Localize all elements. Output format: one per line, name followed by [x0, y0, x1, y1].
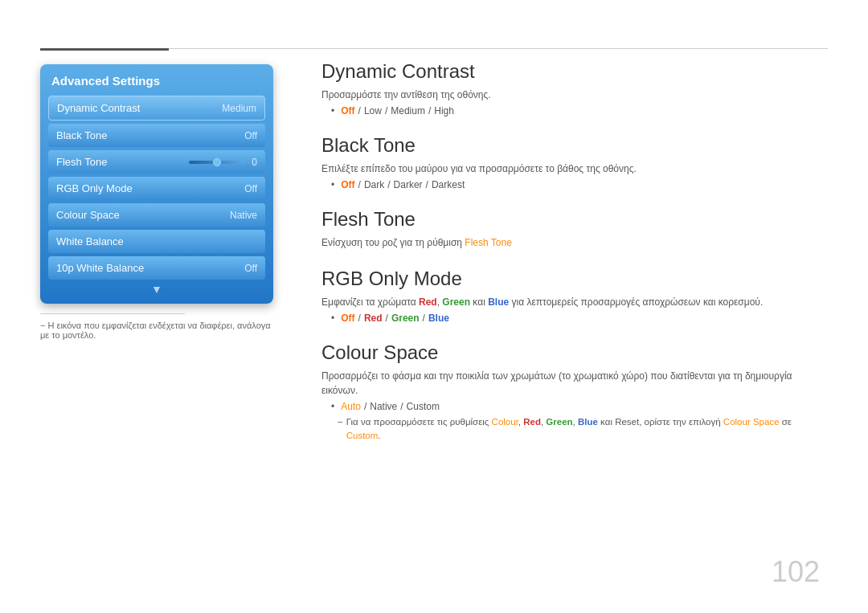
- flesh-tone-slider-thumb: [213, 158, 221, 166]
- opt-darker-black-tone: Darker: [394, 179, 423, 190]
- advanced-settings-box: Advanced Settings Dynamic Contrast Mediu…: [40, 64, 273, 304]
- menu-item-white-balance[interactable]: White Balance: [48, 230, 265, 253]
- section-black-tone: Black Tone Επιλέξτε επίπεδο του μαύρου γ…: [321, 134, 828, 190]
- section-desc-dynamic-contrast: Προσαρμόστε την αντίθεση της οθόνης.: [321, 88, 828, 102]
- menu-label-colour-space: Colour Space: [56, 209, 120, 221]
- scroll-down-arrow[interactable]: ▼: [48, 283, 265, 296]
- sub-note-blue: Blue: [578, 417, 598, 427]
- section-options-dynamic-contrast: • Off / Low / Medium / High: [331, 105, 828, 116]
- menu-item-rgb-only-mode[interactable]: RGB Only Mode Off: [48, 177, 265, 200]
- opt-low-dynamic-contrast: Low: [364, 105, 382, 116]
- menu-item-colour-space[interactable]: Colour Space Native: [48, 203, 265, 227]
- footer-text: − Η εικόνα που εμφανίζεται ενδέχεται να …: [40, 321, 273, 340]
- opt-dark-black-tone: Dark: [364, 179, 384, 190]
- opt-red-rgb: Red: [364, 313, 383, 324]
- opt-native-colour-space: Native: [370, 401, 397, 412]
- menu-item-black-tone[interactable]: Black Tone Off: [48, 124, 265, 147]
- menu-value-10p-white-balance: Off: [244, 263, 257, 274]
- section-dynamic-contrast: Dynamic Contrast Προσαρμόστε την αντίθεσ…: [321, 60, 828, 116]
- opt-high-dynamic-contrast: High: [434, 105, 454, 116]
- right-content: Dynamic Contrast Προσαρμόστε την αντίθεσ…: [321, 60, 828, 461]
- desc-blue: Blue: [488, 296, 509, 308]
- page-number: 102: [772, 555, 820, 589]
- opt-custom-colour-space: Custom: [407, 401, 440, 412]
- menu-item-flesh-tone[interactable]: Flesh Tone 0: [48, 150, 265, 174]
- menu-item-10p-white-balance[interactable]: 10p White Balance Off: [48, 256, 265, 280]
- menu-value-black-tone: Off: [244, 130, 257, 141]
- sub-note-red: Red: [523, 417, 541, 427]
- sub-note-colour-space: − Για να προσαρμόσετε τις ρυθμίσεις Colo…: [338, 415, 828, 443]
- menu-item-dynamic-contrast[interactable]: Dynamic Contrast Medium: [48, 96, 265, 121]
- opt-off-rgb: Off: [341, 313, 354, 324]
- flesh-tone-slider-container: 0: [189, 157, 257, 168]
- section-title-flesh-tone: Flesh Tone: [321, 208, 828, 231]
- section-desc-black-tone: Επιλέξτε επίπεδο του μαύρου για να προσα…: [321, 161, 828, 176]
- section-desc-colour-space: Προσαρμόζει το φάσμα και την ποικιλία τω…: [321, 369, 828, 398]
- menu-label-white-balance: White Balance: [56, 235, 124, 247]
- sub-note-colour-space-ref: Colour Space: [723, 417, 780, 427]
- section-title-colour-space: Colour Space: [321, 341, 828, 364]
- flesh-tone-highlight: Flesh Tone: [465, 237, 511, 248]
- top-line-accent: [40, 48, 169, 51]
- sub-note-reset: Reset: [615, 417, 639, 427]
- opt-green-rgb: Green: [391, 313, 420, 324]
- flesh-tone-slider-track[interactable]: [189, 161, 245, 164]
- footer-divider: [40, 313, 185, 314]
- menu-label-flesh-tone: Flesh Tone: [56, 156, 107, 168]
- sub-note-colour: Colour: [492, 417, 518, 427]
- sub-note-green: Green: [546, 417, 572, 427]
- section-title-black-tone: Black Tone: [321, 134, 828, 157]
- section-flesh-tone: Flesh Tone Ενίσχυση του ροζ για τη ρύθμι…: [321, 208, 828, 250]
- opt-medium-dynamic-contrast: Medium: [391, 105, 425, 116]
- footer-note: − Η εικόνα που εμφανίζεται ενδέχεται να …: [40, 313, 273, 340]
- menu-label-black-tone: Black Tone: [56, 129, 107, 141]
- section-colour-space: Colour Space Προσαρμόζει το φάσμα και τη…: [321, 341, 828, 443]
- opt-darkest-black-tone: Darkest: [432, 179, 465, 190]
- sub-note-custom: Custom: [346, 431, 379, 440]
- section-title-rgb-only-mode: RGB Only Mode: [321, 268, 828, 290]
- opt-auto-colour-space: Auto: [341, 401, 361, 412]
- section-rgb-only-mode: RGB Only Mode Εμφανίζει τα χρώματα Red, …: [321, 268, 828, 324]
- menu-label-dynamic-contrast: Dynamic Contrast: [57, 102, 140, 114]
- menu-label-10p-white-balance: 10p White Balance: [56, 262, 144, 274]
- opt-blue-rgb: Blue: [428, 313, 449, 324]
- bullet-black-tone: •: [331, 179, 334, 190]
- section-options-rgb-only-mode: • Off / Red / Green / Blue: [331, 313, 828, 324]
- opt-off-dynamic-contrast: Off: [341, 105, 354, 116]
- menu-value-dynamic-contrast: Medium: [222, 103, 256, 114]
- advanced-settings-title: Advanced Settings: [48, 74, 265, 88]
- section-options-colour-space: • Auto / Native / Custom: [331, 401, 828, 412]
- menu-value-rgb-only-mode: Off: [244, 183, 257, 194]
- section-desc-rgb-only-mode: Εμφανίζει τα χρώματα Red, Green και Blue…: [321, 295, 828, 309]
- desc-red: Red: [419, 296, 437, 308]
- section-options-black-tone: • Off / Dark / Darker / Darkest: [331, 179, 828, 190]
- menu-value-colour-space: Native: [230, 210, 257, 221]
- desc-green: Green: [442, 296, 470, 308]
- section-title-dynamic-contrast: Dynamic Contrast: [321, 60, 828, 83]
- opt-off-black-tone: Off: [341, 179, 354, 190]
- menu-value-flesh-tone: 0: [252, 157, 257, 168]
- bullet-rgb-only-mode: •: [331, 313, 334, 324]
- bullet-dynamic-contrast: •: [331, 105, 334, 116]
- menu-label-rgb-only-mode: RGB Only Mode: [56, 182, 133, 194]
- bullet-colour-space: •: [331, 401, 334, 412]
- left-panel: Advanced Settings Dynamic Contrast Mediu…: [40, 64, 273, 304]
- section-desc-flesh-tone: Ενίσχυση του ροζ για τη ρύθμιση Flesh To…: [321, 235, 828, 250]
